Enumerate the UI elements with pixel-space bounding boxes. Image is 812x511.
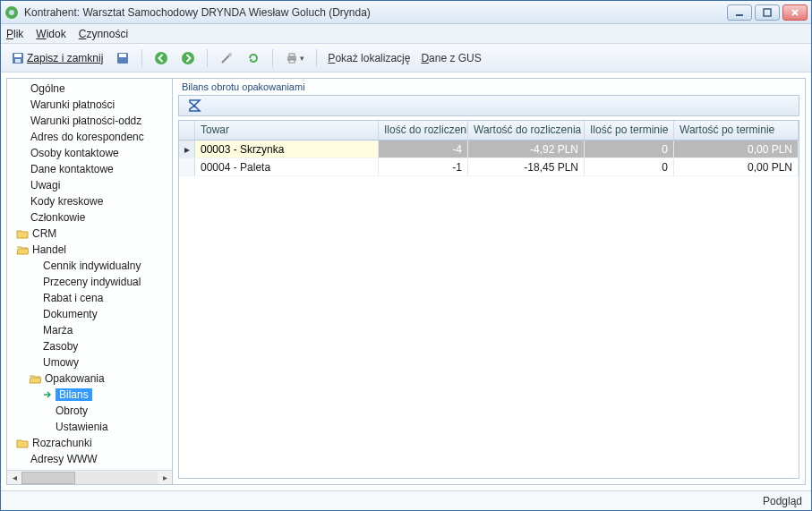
col-header-ilosc-rozl[interactable]: Ilość do rozliczenia xyxy=(379,121,468,140)
print-button[interactable]: ▾ xyxy=(280,47,309,69)
toolbar-separator xyxy=(141,49,142,67)
tree-node-ustawienia[interactable]: Ustawienia xyxy=(7,419,172,435)
toolbar-separator xyxy=(316,49,317,67)
tree-node-handel[interactable]: Handel xyxy=(7,242,172,258)
cell-towar: 00004 - Paleta xyxy=(195,158,379,175)
cell-wartosc-rozl: -4,92 PLN xyxy=(468,141,585,158)
tree-node-przeceny-ind[interactable]: Przeceny indywidual xyxy=(7,274,172,290)
tree-node-cennik-ind[interactable]: Cennik indywidualny xyxy=(7,258,172,274)
svg-point-10 xyxy=(182,52,194,64)
window-close-button[interactable] xyxy=(782,4,808,21)
cell-wartosc-rozl: -18,45 PLN xyxy=(468,158,585,175)
tree-node-osoby-kontaktowe[interactable]: Osoby kontaktowe xyxy=(7,145,172,161)
tree-node-warunki-platnosci[interactable]: Warunki płatności xyxy=(7,97,172,113)
row-indicator-icon: ▸ xyxy=(179,141,195,158)
tree-node-rabat-cena[interactable]: Rabat i cena xyxy=(7,290,172,306)
tree-node-opakowania[interactable]: Opakowania xyxy=(7,370,172,387)
svg-rect-5 xyxy=(14,54,21,57)
toolbar-separator xyxy=(207,49,208,67)
arrow-left-icon xyxy=(154,51,168,65)
nav-tree: Ogólne Warunki płatności Warunki płatnoś… xyxy=(7,79,172,470)
tree-node-zasoby[interactable]: Zasoby xyxy=(7,338,172,354)
svg-rect-2 xyxy=(736,14,743,16)
nav-forward-button[interactable] xyxy=(176,47,200,69)
statusbar: Podgląd xyxy=(1,490,811,510)
toolbar-separator xyxy=(272,49,273,67)
save-icon xyxy=(115,51,130,65)
data-grid: Towar Ilość do rozliczenia Wartość do ro… xyxy=(178,120,799,479)
tree-node-ogolne[interactable]: Ogólne xyxy=(7,81,172,97)
window-maximize-button[interactable] xyxy=(755,4,780,21)
grid-row[interactable]: ▸ 00003 - Skrzynka -4 -4,92 PLN 0 0,00 P… xyxy=(179,141,799,158)
show-location-button[interactable]: Pokaż lokalizację xyxy=(324,52,414,64)
arrow-right-icon xyxy=(43,390,52,399)
arrow-right-icon xyxy=(181,51,195,65)
window-title: Kontrahent: Warsztat Samochodowy DRYNDA … xyxy=(24,6,727,19)
cell-ilosc-term: 0 xyxy=(585,158,674,175)
svg-rect-3 xyxy=(764,9,771,16)
tree-node-adresy-www[interactable]: Adresy WWW xyxy=(7,451,172,467)
sum-button[interactable] xyxy=(184,95,206,116)
cell-towar: 00003 - Skrzynka xyxy=(195,141,379,158)
col-header-wartosc-rozl[interactable]: Wartość do rozliczenia xyxy=(468,121,585,140)
col-header-towar[interactable]: Towar xyxy=(195,121,379,140)
refresh-button[interactable] xyxy=(242,47,265,69)
save-close-button[interactable]: Zapisz i zamknij xyxy=(6,47,107,69)
tree-node-obroty[interactable]: Obroty xyxy=(7,403,172,419)
folder-open-icon xyxy=(16,243,29,256)
cell-ilosc-term: 0 xyxy=(585,141,674,158)
grid-header: Towar Ilość do rozliczenia Wartość do ro… xyxy=(179,121,799,141)
toolbar: Zapisz i zamknij ▾ Pokaż lokalizację Dan… xyxy=(1,44,811,72)
tree-node-rozrachunki[interactable]: Rozrachunki xyxy=(7,435,172,451)
save-button[interactable] xyxy=(111,47,134,69)
scroll-right-icon[interactable]: ▸ xyxy=(158,471,172,485)
tree-node-adres-koresp[interactable]: Adres do korespondenc xyxy=(7,129,172,145)
tree-node-warunki-platnosci-oddz[interactable]: Warunki płatności-oddz xyxy=(7,113,172,129)
menu-czynnosci[interactable]: Czynności xyxy=(79,28,128,40)
row-indicator-header xyxy=(179,121,195,140)
tree-node-dane-kontaktowe[interactable]: Dane kontaktowe xyxy=(7,161,172,177)
sigma-icon xyxy=(187,98,203,113)
folder-icon xyxy=(16,437,29,449)
grid-row[interactable]: 00004 - Paleta -1 -18,45 PLN 0 0,00 PLN xyxy=(179,158,799,176)
scroll-thumb[interactable] xyxy=(21,472,75,484)
cell-ilosc-rozl: -1 xyxy=(379,158,468,175)
cell-wartosc-term: 0,00 PLN xyxy=(674,158,799,175)
main-panel: Bilans obrotu opakowaniami Towar Ilość d… xyxy=(173,79,805,484)
row-indicator-icon xyxy=(179,158,195,175)
svg-rect-13 xyxy=(289,54,295,56)
svg-point-1 xyxy=(9,10,14,15)
save-icon xyxy=(11,51,25,65)
tree-node-dokumenty[interactable]: Dokumenty xyxy=(7,306,172,322)
col-header-wartosc-term[interactable]: Wartość po terminie xyxy=(674,121,799,140)
folder-icon xyxy=(16,227,29,240)
window-minimize-button[interactable] xyxy=(727,4,752,21)
col-header-ilosc-term[interactable]: Ilość po terminie xyxy=(585,121,674,140)
menubar: Plik Widok Czynności xyxy=(1,24,811,44)
svg-rect-14 xyxy=(289,60,295,63)
tree-node-uwagi[interactable]: Uwagi xyxy=(7,177,172,193)
menu-plik[interactable]: Plik xyxy=(6,28,23,40)
tools-button[interactable] xyxy=(215,47,238,69)
tree-node-marza[interactable]: Marża xyxy=(7,322,172,338)
svg-point-11 xyxy=(228,53,232,56)
sidebar-hscrollbar[interactable]: ◂ ▸ xyxy=(7,470,172,484)
scroll-left-icon[interactable]: ◂ xyxy=(7,471,21,485)
status-podglad[interactable]: Podgląd xyxy=(763,495,802,507)
folder-open-icon xyxy=(29,372,41,385)
cell-wartosc-term: 0,00 PLN xyxy=(674,141,799,158)
tree-node-bilans[interactable]: Bilans xyxy=(7,387,172,403)
nav-back-button[interactable] xyxy=(150,47,173,69)
cell-ilosc-rozl: -4 xyxy=(379,141,468,158)
refresh-icon xyxy=(246,51,261,65)
tree-node-czlonkowie[interactable]: Członkowie xyxy=(7,209,172,226)
gus-data-button[interactable]: Dane z GUS xyxy=(417,52,484,64)
tree-node-crm[interactable]: CRM xyxy=(7,226,172,242)
svg-rect-6 xyxy=(15,59,21,63)
dropdown-caret-icon: ▾ xyxy=(300,54,304,63)
tree-node-kody-kreskowe[interactable]: Kody kreskowe xyxy=(7,193,172,209)
svg-rect-8 xyxy=(119,54,126,57)
tree-node-umowy[interactable]: Umowy xyxy=(7,354,172,370)
grid-body: ▸ 00003 - Skrzynka -4 -4,92 PLN 0 0,00 P… xyxy=(179,141,799,478)
menu-widok[interactable]: Widok xyxy=(36,28,65,40)
